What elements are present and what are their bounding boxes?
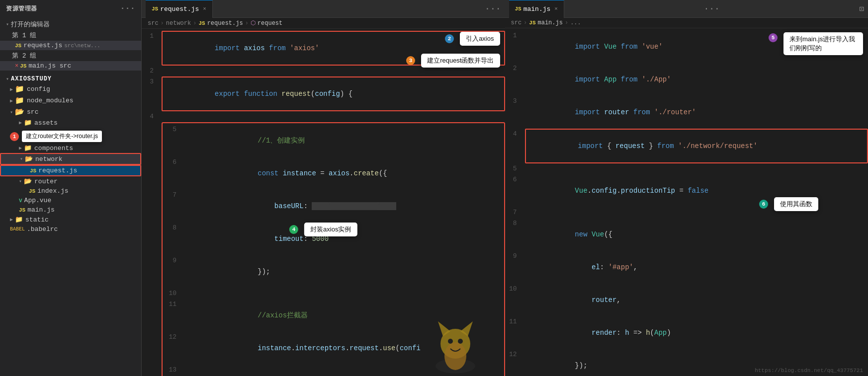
project-section: ▾ AXIOSSTUDY ▶ 📁 config ▶ 📁 node_modules…	[0, 73, 141, 130]
code-line-3: 3 export function request(config) {	[142, 76, 505, 111]
group1-label: 第 1 组	[0, 30, 141, 41]
js-icon: JS	[152, 6, 158, 12]
annotation2-bubble: 引入axios	[460, 32, 500, 46]
babel-icon: BABEL	[10, 226, 25, 232]
annotation5-bubble: 来到main.js进行导入我们刚刚写的	[783, 32, 863, 55]
annotation4-bubble: 封装axios实例	[304, 223, 357, 236]
annotation1-bubble: 建立router文件夹->router.js	[22, 131, 102, 142]
code-line-5: 5 //1、创建实例	[163, 124, 504, 157]
group2-label: 第 2 组	[0, 50, 141, 61]
js-icon: JS	[20, 63, 26, 69]
js-icon: JS	[29, 188, 35, 194]
js-icon: JS	[19, 207, 25, 213]
badge-1: 1	[10, 132, 19, 141]
file-request-js-open[interactable]: JS request.js src\netw...	[0, 41, 141, 50]
folder-icon: 📁	[24, 144, 32, 152]
folder-open-icon: 📂	[24, 177, 32, 185]
left-tab-bar: JS request.js × ···	[142, 0, 505, 18]
sidebar-item-babelrc[interactable]: BABEL .babelrc	[0, 225, 141, 234]
tab-dots[interactable]: ···	[485, 4, 501, 14]
rcode-line-8: 8 new Vue({	[505, 218, 868, 251]
close-tab-icon[interactable]: ×	[203, 6, 206, 12]
chevron-right-icon: ▶	[10, 217, 13, 223]
project-label[interactable]: ▾ AXIOSSTUDY	[0, 75, 141, 83]
js-icon: JS	[15, 43, 21, 49]
sidebar-title: 资源管理器	[6, 4, 37, 13]
rcode-line-4: 4 import { request } from './network/req…	[505, 129, 868, 163]
sidebar-item-config[interactable]: ▶ 📁 config	[0, 83, 141, 95]
folder-icon: 📁	[15, 96, 24, 105]
chevron-down-icon: ▾	[6, 76, 9, 82]
sidebar-item-index-js[interactable]: JS index.js	[0, 186, 141, 196]
js-icon: JS	[30, 168, 36, 174]
folder-icon: 📁	[15, 216, 23, 224]
sidebar: 资源管理器 ··· ▾ 打开的编辑器 第 1 组 JS request.js s…	[0, 0, 142, 376]
annotation3-area: 3 建立request函数并导出	[406, 54, 500, 68]
code-line-6: 6 const instance = axios.create({	[163, 157, 504, 190]
left-breadcrumb: src › network › JS request.js › ⬡ reques…	[142, 18, 505, 29]
left-code-lines: 1 import axios from 'axios' 2 3 export f…	[142, 29, 505, 376]
folder-open-icon: 📂	[15, 107, 24, 117]
badge-5: 5	[769, 33, 778, 42]
rcode-line-9: 9 el: '#app',	[505, 251, 868, 284]
js-icon: JS	[515, 6, 521, 12]
open-editors-section: ▾ 打开的编辑器 第 1 组 JS request.js src\netw...…	[0, 17, 141, 73]
code-line-12: 12 instance.interceptors.request.use(con…	[163, 332, 504, 365]
rcode-line-5: 5	[505, 163, 868, 174]
big-red-box: 5 //1、创建实例 6 const instance = axios.crea…	[162, 122, 505, 376]
code-line-13: 13 console.log(config);	[163, 365, 504, 376]
rcode-line-2: 2 import App from './App'	[505, 63, 868, 96]
close-icon: ×	[15, 63, 18, 70]
file-main-js-open[interactable]: × JS main.js src	[0, 61, 141, 71]
folder-open-icon: 📂	[25, 155, 33, 163]
vue-icon: V	[19, 198, 22, 204]
right-breadcrumb: src › JS main.js › ...	[505, 18, 868, 28]
annotation6-area: 6 使用其函数	[759, 197, 818, 211]
sidebar-item-main-js[interactable]: JS main.js	[0, 205, 141, 215]
code-line-9: 9 });	[163, 255, 504, 288]
annotation2-area: 2 引入axios	[445, 32, 500, 46]
sidebar-item-app-vue[interactable]: V App.vue	[0, 196, 141, 205]
sidebar-item-router[interactable]: ▾ 📂 router	[0, 176, 141, 186]
open-editors-label[interactable]: ▾ 打开的编辑器	[0, 19, 141, 30]
badge-6: 6	[759, 200, 768, 209]
code-line-7: 7 baseURL: '███████████'	[163, 190, 504, 223]
code-line-11: 11 //axios拦截器	[163, 299, 504, 332]
annotation1-container: 1 建立router文件夹->router.js	[0, 130, 141, 143]
chevron-right-icon: ▶	[10, 86, 13, 92]
badge-4: 4	[289, 225, 298, 234]
editor-area: JS request.js × ··· src › network › JS r…	[142, 0, 868, 376]
sidebar-item-network[interactable]: ▾ 📂 network	[0, 153, 141, 165]
sidebar-item-assets[interactable]: ▶ 📁 assets	[0, 118, 141, 128]
sidebar-item-components[interactable]: ▶ 📁 components	[0, 143, 141, 153]
chevron-down-icon: ▾	[20, 156, 23, 162]
tab-request-js[interactable]: JS request.js ×	[146, 0, 213, 18]
annotation5-area: 5 来到main.js进行导入我们刚刚写的	[769, 32, 863, 55]
chevron-down-icon: ▾	[6, 21, 9, 27]
right-tab-bar: JS main.js × ··· ⊡	[505, 0, 868, 18]
sidebar-header: 资源管理器 ···	[0, 0, 141, 17]
left-editor-pane: JS request.js × ··· src › network › JS r…	[142, 0, 505, 376]
tab-dots[interactable]: ···	[703, 4, 719, 14]
sidebar-item-src[interactable]: ▾ 📂 src	[0, 106, 141, 118]
chevron-right-icon: ▶	[10, 98, 13, 104]
annotation6-bubble: 使用其函数	[774, 197, 818, 211]
code-line-4: 4	[142, 111, 505, 122]
sidebar-item-static[interactable]: ▶ 📁 static	[0, 215, 141, 225]
rcode-line-10: 10 router,	[505, 284, 868, 316]
split-editor-icon[interactable]: ⊡	[859, 4, 864, 14]
chevron-down-icon: ▾	[10, 109, 13, 115]
watermark: https://blog.csdn.net/qq_43775721	[755, 368, 863, 374]
badge-2: 2	[445, 34, 454, 43]
right-code-area[interactable]: 5 来到main.js进行导入我们刚刚写的 6 使用其函数 1 import V…	[505, 28, 868, 376]
left-code-area[interactable]: 2 引入axios 3 建立request函数并导出 4 封装axios实例	[142, 29, 505, 376]
annotation3-bubble: 建立request函数并导出	[421, 54, 500, 68]
annotation4-area: 4 封装axios实例	[289, 223, 357, 236]
sidebar-item-node-modules[interactable]: ▶ 📁 node_modules	[0, 95, 141, 106]
chevron-down-icon: ▾	[19, 178, 22, 184]
close-tab-icon[interactable]: ×	[554, 6, 558, 12]
tab-main-js[interactable]: JS main.js ×	[509, 0, 564, 18]
sidebar-item-request-js[interactable]: JS request.js	[0, 165, 141, 176]
sidebar-dots[interactable]: ···	[120, 4, 135, 13]
right-editor-pane: JS main.js × ··· ⊡ src › JS main.js › ..…	[505, 0, 868, 376]
